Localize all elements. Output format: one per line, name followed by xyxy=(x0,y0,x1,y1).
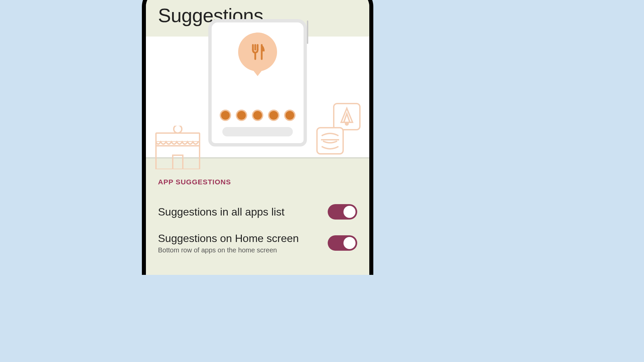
svg-point-9 xyxy=(345,122,348,125)
toggle-knob xyxy=(343,237,356,249)
section-label: APP SUGGESTIONS xyxy=(158,178,357,186)
setting-subtitle: Bottom row of apps on the home screen xyxy=(158,246,321,254)
app-dot-icon xyxy=(269,111,278,120)
illustration-app-dots xyxy=(212,111,304,120)
svg-rect-5 xyxy=(156,133,200,142)
storefront-icon xyxy=(153,126,203,169)
svg-rect-6 xyxy=(156,146,200,169)
illustration xyxy=(146,37,369,159)
toggle-knob xyxy=(343,206,356,218)
setting-text: Suggestions in all apps list xyxy=(158,205,328,219)
setting-row-suggestions-home[interactable]: Suggestions on Home screen Bottom row of… xyxy=(158,226,357,260)
setting-title: Suggestions on Home screen xyxy=(158,232,321,245)
app-dot-icon xyxy=(237,111,246,120)
svg-rect-10 xyxy=(317,128,343,154)
suggestion-bubble xyxy=(238,33,277,71)
screen: Suggestions xyxy=(146,0,369,275)
settings-section: APP SUGGESTIONS Suggestions in all apps … xyxy=(146,166,369,260)
setting-text: Suggestions on Home screen Bottom row of… xyxy=(158,232,328,254)
toggle-suggestions-all-apps[interactable] xyxy=(328,204,357,220)
svg-point-4 xyxy=(174,126,182,133)
illustration-search-bar xyxy=(222,127,293,136)
app-dot-icon xyxy=(253,111,262,120)
svg-rect-7 xyxy=(173,155,183,169)
app-dot-icon xyxy=(285,111,294,120)
toggle-suggestions-home[interactable] xyxy=(328,235,357,251)
app-dot-icon xyxy=(221,111,230,120)
food-cards-icon xyxy=(315,102,362,159)
fork-knife-icon xyxy=(248,43,267,61)
setting-row-suggestions-all-apps[interactable]: Suggestions in all apps list xyxy=(158,198,357,226)
illustration-phone xyxy=(208,19,307,146)
setting-title: Suggestions in all apps list xyxy=(158,205,321,219)
device-frame: Suggestions xyxy=(142,0,373,275)
